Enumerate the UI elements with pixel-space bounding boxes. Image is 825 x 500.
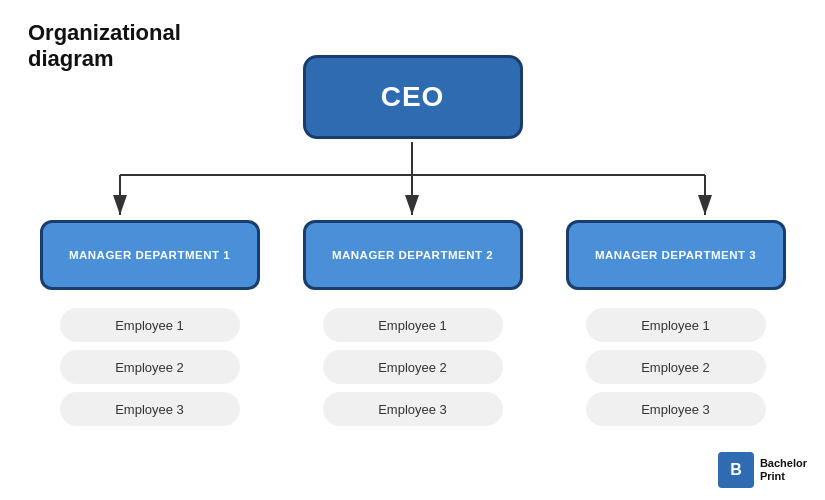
- ceo-box: CEO: [303, 55, 523, 139]
- department-col-3: MANAGER DEPARTMENT 3 Employee 1 Employee…: [561, 220, 791, 434]
- emp-3-2: Employee 2: [586, 350, 766, 384]
- emp-2-2: Employee 2: [323, 350, 503, 384]
- emp-1-1: Employee 1: [60, 308, 240, 342]
- logo-text: Bachelor Print: [760, 457, 807, 483]
- ceo-label: CEO: [381, 81, 445, 113]
- emp-2-1: Employee 1: [323, 308, 503, 342]
- department-col-1: MANAGER DEPARTMENT 1 Employee 1 Employee…: [35, 220, 265, 434]
- manager-dept-2: MANAGER DEPARTMENT 2: [303, 220, 523, 290]
- departments-container: MANAGER DEPARTMENT 1 Employee 1 Employee…: [0, 220, 825, 434]
- department-col-2: MANAGER DEPARTMENT 2 Employee 1 Employee…: [298, 220, 528, 434]
- page-title: Organizationaldiagram: [28, 20, 181, 73]
- emp-3-3: Employee 3: [586, 392, 766, 426]
- emp-3-1: Employee 1: [586, 308, 766, 342]
- emp-1-3: Employee 3: [60, 392, 240, 426]
- emp-1-2: Employee 2: [60, 350, 240, 384]
- logo-icon: B: [718, 452, 754, 488]
- manager-dept-1: MANAGER DEPARTMENT 1: [40, 220, 260, 290]
- emp-2-3: Employee 3: [323, 392, 503, 426]
- manager-dept-3: MANAGER DEPARTMENT 3: [566, 220, 786, 290]
- logo-watermark: B Bachelor Print: [718, 452, 807, 488]
